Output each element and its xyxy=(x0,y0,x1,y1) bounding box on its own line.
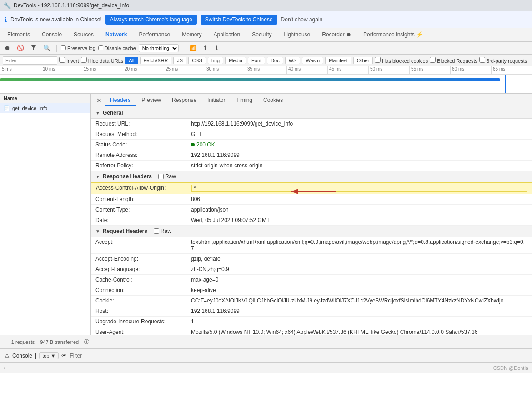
tab-performance[interactable]: Performance xyxy=(133,30,176,40)
search-button[interactable]: 🔍 xyxy=(41,44,52,52)
invert-checkbox[interactable] xyxy=(59,57,65,63)
cache-control-value: max-age=0 xyxy=(191,277,527,283)
response-raw-checkbox[interactable] xyxy=(158,174,164,179)
window-title: DevTools - 192.168.1.116:9099/get_device… xyxy=(14,2,129,9)
request-item-name: get_device_info xyxy=(12,106,47,111)
tab-response[interactable]: Response xyxy=(166,95,202,106)
info-bar: ℹ DevTools is now available in Chinese! … xyxy=(0,11,532,28)
content-length-value: 806 xyxy=(191,196,527,202)
filter-css-button[interactable]: CSS xyxy=(188,57,206,64)
filter-ws-button[interactable]: WS xyxy=(285,57,301,64)
accept-value: text/html,application/xhtml+xml,applicat… xyxy=(191,239,527,252)
timeline-label-60: 60 ms xyxy=(450,66,491,74)
referrer-policy-value: strict-origin-when-cross-origin xyxy=(191,162,527,169)
filter-manifest-button[interactable]: Manifest xyxy=(325,57,351,64)
referrer-policy-row: Referrer Policy: strict-origin-when-cros… xyxy=(91,161,532,171)
tab-memory[interactable]: Memory xyxy=(176,30,207,40)
accept-row: Accept: text/html,application/xhtml+xml,… xyxy=(91,237,532,254)
tab-application[interactable]: Application xyxy=(208,30,246,40)
invert-label[interactable]: Invert xyxy=(59,57,79,64)
tab-headers[interactable]: Headers xyxy=(105,95,136,106)
tab-performance-insights[interactable]: Performance insights ⚡ xyxy=(358,30,428,40)
tab-timing[interactable]: Timing xyxy=(231,95,258,106)
filter-bar: Invert Hide data URLs All Fetch/XHR JS C… xyxy=(0,55,532,66)
connection-label: Connection: xyxy=(95,287,191,293)
request-raw-checkbox[interactable] xyxy=(154,228,159,234)
user-agent-label: User-Agent: xyxy=(95,329,191,335)
remote-address-label: Remote Address: xyxy=(95,152,191,158)
hide-data-urls-checkbox[interactable] xyxy=(81,57,87,63)
svg-marker-0 xyxy=(31,45,36,50)
switch-chinese-button[interactable]: Switch DevTools to Chinese xyxy=(201,15,277,25)
cache-control-row: Cache-Control: max-age=0 xyxy=(91,275,532,285)
host-value: 192.168.1.116:9099 xyxy=(191,308,527,314)
status-code-row: Status Code: 200 OK xyxy=(91,140,532,150)
content-length-row: Content-Length: 806 xyxy=(91,194,532,205)
filter-fetch-button[interactable]: Fetch/XHR xyxy=(140,57,172,64)
third-party-checkbox[interactable] xyxy=(479,57,485,63)
clear-button[interactable]: 🚫 xyxy=(15,44,26,52)
tab-preview[interactable]: Preview xyxy=(136,95,166,106)
wifi-icon-button[interactable]: 📶 xyxy=(187,44,198,52)
filter-js-button[interactable]: JS xyxy=(173,57,186,64)
blocked-requests-checkbox[interactable] xyxy=(430,57,436,63)
connection-value: keep-alive xyxy=(191,287,527,293)
preserve-log-label[interactable]: Preserve log xyxy=(61,45,95,51)
accept-language-label: Accept-Language: xyxy=(95,266,191,272)
console-label: Console xyxy=(12,353,32,359)
response-headers-section-header: ▼ Response Headers Raw xyxy=(91,171,532,182)
tab-initiator[interactable]: Initiator xyxy=(202,95,231,106)
list-item[interactable]: 📄 get_device_info xyxy=(0,103,90,113)
response-raw-label[interactable]: Raw xyxy=(158,173,176,180)
close-detail-button[interactable]: ✕ xyxy=(94,97,105,104)
tab-cookies[interactable]: Cookies xyxy=(258,95,288,106)
tab-lighthouse[interactable]: Lighthouse xyxy=(278,30,316,40)
remote-address-value: 192.168.1.116:9099 xyxy=(191,152,527,158)
tab-recorder[interactable]: Recorder ⏺ xyxy=(316,30,357,40)
request-url-value: http://192.168.1.116:9099/get_device_inf… xyxy=(191,121,527,127)
connection-row: Connection: keep-alive xyxy=(91,285,532,296)
console-divider: | xyxy=(35,353,36,359)
record-button[interactable]: ⏺ xyxy=(3,44,12,52)
filter-button[interactable] xyxy=(29,43,39,53)
hide-data-urls-label[interactable]: Hide data URLs xyxy=(81,57,124,64)
access-control-allow-origin-row: Access-Control-Allow-Origin: * xyxy=(91,182,532,194)
filter-doc-button[interactable]: Doc xyxy=(267,57,283,64)
timeline-label-15: 15 ms xyxy=(82,66,123,74)
filter-input[interactable] xyxy=(3,56,57,65)
console-filter-input[interactable] xyxy=(70,353,527,359)
third-party-label[interactable]: 3rd-party requests xyxy=(479,57,527,64)
filter-other-button[interactable]: Other xyxy=(353,57,373,64)
separator-2 xyxy=(183,45,183,52)
blocked-requests-label[interactable]: Blocked Requests xyxy=(430,57,477,64)
download-button[interactable]: ⬇ xyxy=(212,44,221,52)
transferred-size: 947 B transferred xyxy=(40,339,79,345)
preserve-log-checkbox[interactable] xyxy=(61,45,66,50)
tab-sources[interactable]: Sources xyxy=(68,30,99,40)
filter-media-button[interactable]: Media xyxy=(225,57,246,64)
filter-font-button[interactable]: Font xyxy=(248,57,265,64)
timeline-label-35: 35 ms xyxy=(246,66,286,74)
timeline-label-50: 50 ms xyxy=(368,66,409,74)
filter-all-button[interactable]: All xyxy=(125,57,138,64)
filter-wasm-button[interactable]: Wasm xyxy=(302,57,323,64)
remote-address-row: Remote Address: 192.168.1.116:9099 xyxy=(91,150,532,161)
request-list: Name 📄 get_device_info xyxy=(0,94,91,335)
tab-network[interactable]: Network xyxy=(100,30,132,40)
headers-content: ▼ General Request URL: http://192.168.1.… xyxy=(91,107,532,335)
filter-img-button[interactable]: Img xyxy=(208,57,223,64)
disable-cache-label[interactable]: Disable cache xyxy=(98,45,136,51)
match-language-button[interactable]: Always match Chrome's language xyxy=(105,15,197,25)
has-blocked-cookies-label[interactable]: Has blocked cookies xyxy=(375,57,428,64)
tab-console[interactable]: Console xyxy=(36,30,67,40)
tab-elements[interactable]: Elements xyxy=(2,30,35,40)
upload-button[interactable]: ⬆ xyxy=(201,44,210,52)
has-blocked-cookies-checkbox[interactable] xyxy=(375,57,381,63)
more-info-icon: ⓘ xyxy=(84,338,89,345)
dont-show-again-button[interactable]: Don't show again xyxy=(281,16,323,23)
throttle-select[interactable]: No throttling xyxy=(139,44,179,52)
disable-cache-checkbox[interactable] xyxy=(98,45,103,50)
tab-security[interactable]: Security xyxy=(246,30,277,40)
request-raw-label[interactable]: Raw xyxy=(154,228,171,234)
date-label: Date: xyxy=(95,217,191,223)
